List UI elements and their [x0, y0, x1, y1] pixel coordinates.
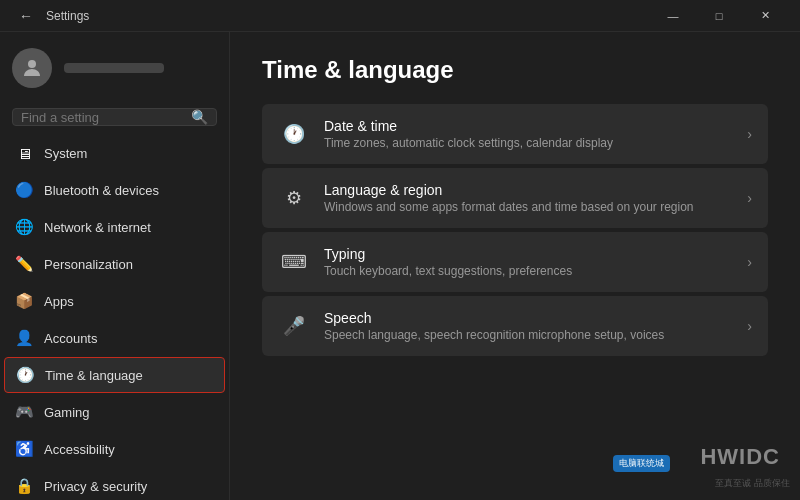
setting-icon-date-time: 🕐: [278, 118, 310, 150]
setting-text-speech: Speech Speech language, speech recogniti…: [324, 310, 747, 342]
sidebar-item-apps[interactable]: 📦 Apps: [4, 283, 225, 319]
nav-label-accounts: Accounts: [44, 331, 97, 346]
page-title: Time & language: [262, 56, 768, 84]
nav-icon-network: 🌐: [16, 219, 32, 235]
nav-icon-time-language: 🕐: [17, 367, 33, 383]
nav-icon-accounts: 👤: [16, 330, 32, 346]
nav-icon-apps: 📦: [16, 293, 32, 309]
chevron-icon-date-time: ›: [747, 126, 752, 142]
search-input[interactable]: [21, 110, 191, 125]
nav-icon-bluetooth: 🔵: [16, 182, 32, 198]
minimize-button[interactable]: —: [650, 0, 696, 32]
content-area: Time & language 🕐 Date & time Time zones…: [230, 32, 800, 500]
sidebar-item-system[interactable]: 🖥 System: [4, 135, 225, 171]
nav-icon-gaming: 🎮: [16, 404, 32, 420]
app-title: Settings: [46, 9, 650, 23]
nav-label-apps: Apps: [44, 294, 74, 309]
svg-point-0: [28, 60, 36, 68]
window-controls: — □ ✕: [650, 0, 788, 32]
search-icon: 🔍: [191, 109, 208, 125]
sidebar-item-accessibility[interactable]: ♿ Accessibility: [4, 431, 225, 467]
setting-title-speech: Speech: [324, 310, 747, 326]
titlebar: ← Settings — □ ✕: [0, 0, 800, 32]
nav-label-network: Network & internet: [44, 220, 151, 235]
setting-desc-typing: Touch keyboard, text suggestions, prefer…: [324, 264, 747, 278]
settings-list: 🕐 Date & time Time zones, automatic cloc…: [262, 104, 768, 356]
setting-desc-language-region: Windows and some apps format dates and t…: [324, 200, 747, 214]
nav-icon-accessibility: ♿: [16, 441, 32, 457]
setting-title-language-region: Language & region: [324, 182, 747, 198]
setting-icon-language-region: ⚙: [278, 182, 310, 214]
close-button[interactable]: ✕: [742, 0, 788, 32]
nav-label-system: System: [44, 146, 87, 161]
sidebar: 🔍 🖥 System 🔵 Bluetooth & devices 🌐 Netwo…: [0, 32, 230, 500]
nav-label-gaming: Gaming: [44, 405, 90, 420]
setting-desc-speech: Speech language, speech recognition micr…: [324, 328, 747, 342]
sidebar-item-network[interactable]: 🌐 Network & internet: [4, 209, 225, 245]
setting-card-language-region[interactable]: ⚙ Language & region Windows and some app…: [262, 168, 768, 228]
nav-label-personalization: Personalization: [44, 257, 133, 272]
setting-card-speech[interactable]: 🎤 Speech Speech language, speech recogni…: [262, 296, 768, 356]
setting-title-typing: Typing: [324, 246, 747, 262]
setting-card-date-time[interactable]: 🕐 Date & time Time zones, automatic cloc…: [262, 104, 768, 164]
chevron-icon-speech: ›: [747, 318, 752, 334]
maximize-button[interactable]: □: [696, 0, 742, 32]
nav-label-time-language: Time & language: [45, 368, 143, 383]
setting-text-date-time: Date & time Time zones, automatic clock …: [324, 118, 747, 150]
chevron-icon-language-region: ›: [747, 190, 752, 206]
main-layout: 🔍 🖥 System 🔵 Bluetooth & devices 🌐 Netwo…: [0, 32, 800, 500]
setting-desc-date-time: Time zones, automatic clock settings, ca…: [324, 136, 747, 150]
nav-icon-system: 🖥: [16, 145, 32, 161]
nav-icon-personalization: ✏️: [16, 256, 32, 272]
setting-card-typing[interactable]: ⌨ Typing Touch keyboard, text suggestion…: [262, 232, 768, 292]
avatar: [12, 48, 52, 88]
sidebar-item-privacy-security[interactable]: 🔒 Privacy & security: [4, 468, 225, 500]
user-name-blurred: [64, 63, 164, 73]
nav-label-accessibility: Accessibility: [44, 442, 115, 457]
setting-icon-typing: ⌨: [278, 246, 310, 278]
sidebar-item-personalization[interactable]: ✏️ Personalization: [4, 246, 225, 282]
nav-list: 🖥 System 🔵 Bluetooth & devices 🌐 Network…: [0, 134, 229, 500]
nav-icon-privacy-security: 🔒: [16, 478, 32, 494]
setting-icon-speech: 🎤: [278, 310, 310, 342]
chevron-icon-typing: ›: [747, 254, 752, 270]
back-button[interactable]: ←: [12, 2, 40, 30]
search-box[interactable]: 🔍: [12, 108, 217, 126]
setting-text-language-region: Language & region Windows and some apps …: [324, 182, 747, 214]
setting-text-typing: Typing Touch keyboard, text suggestions,…: [324, 246, 747, 278]
sidebar-item-bluetooth[interactable]: 🔵 Bluetooth & devices: [4, 172, 225, 208]
setting-title-date-time: Date & time: [324, 118, 747, 134]
nav-label-bluetooth: Bluetooth & devices: [44, 183, 159, 198]
sidebar-item-gaming[interactable]: 🎮 Gaming: [4, 394, 225, 430]
sidebar-item-accounts[interactable]: 👤 Accounts: [4, 320, 225, 356]
nav-label-privacy-security: Privacy & security: [44, 479, 147, 494]
user-section: [0, 32, 229, 104]
sidebar-item-time-language[interactable]: 🕐 Time & language: [4, 357, 225, 393]
